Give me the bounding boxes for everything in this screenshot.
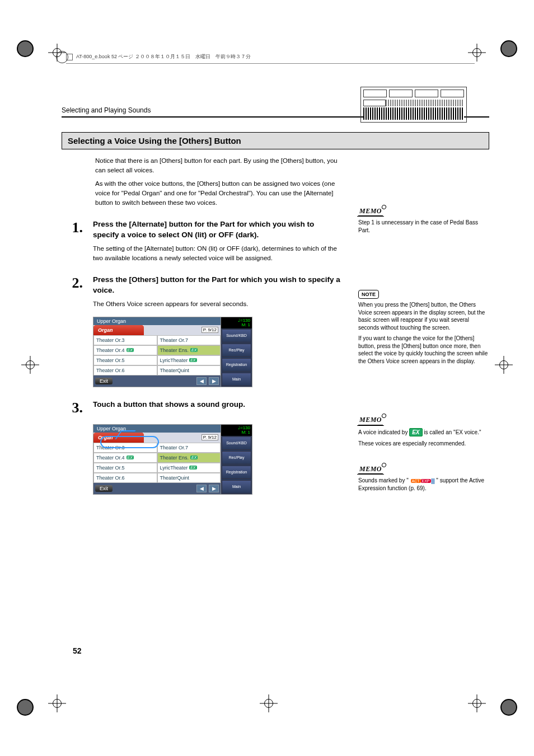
step-number: 1. (62, 219, 83, 262)
screen-title: Upper Organ (97, 318, 126, 324)
reg-mark (17, 40, 34, 57)
tempo-display: ♩=130 M: 1 (221, 425, 252, 436)
crop-cross (470, 697, 484, 710)
ex-badge: EX (127, 456, 134, 459)
page-indicator: P. 9/12 (202, 434, 218, 440)
side-button[interactable]: Main (222, 373, 251, 386)
ex-badge: EX (127, 348, 134, 352)
voice-cell[interactable]: Theater Or.5 (93, 463, 157, 473)
crop-cross (50, 697, 64, 710)
category-tab[interactable]: Organ (93, 433, 144, 443)
step-instruction: Press the [Others] button for the Part f… (93, 275, 341, 296)
page-number: 52 (73, 646, 82, 655)
intro-paragraph: As with the other voice buttons, the [Ot… (95, 179, 341, 207)
side-button[interactable]: Main (222, 480, 251, 494)
side-button[interactable]: Sound/KBD (222, 436, 251, 450)
page-next-icon[interactable]: ▶ (209, 377, 219, 385)
reg-mark (17, 699, 34, 716)
memo-label: MEMO (358, 206, 383, 217)
memo-text: Sounds marked by " ACTEXP " support the … (358, 477, 489, 492)
side-button[interactable]: Registration (222, 358, 251, 372)
note-block: NOTE When you press the [Others] button,… (358, 290, 489, 365)
side-button[interactable]: Sound/KBD (222, 329, 251, 342)
note-text: If you want to change the voice for the … (358, 335, 489, 365)
book-header-text: AT-800_e.book 52 ページ ２００８年１０月１５日 水曜日 午前９… (76, 53, 251, 60)
crop-cross (24, 358, 37, 372)
crop-cross (262, 697, 275, 710)
memo-text: A voice indicated by EX is called an "EX… (358, 428, 489, 437)
category-tab[interactable]: Organ (93, 325, 144, 335)
voice-cell[interactable]: Theater Or.5 (93, 355, 157, 365)
running-title: Selecting and Playing Sounds (62, 106, 151, 114)
step-3: 3. Touch a button that shows a sound gro… (62, 400, 341, 416)
voice-cell[interactable]: Theater Or.3 (93, 443, 157, 453)
voice-grid: Theater Or.3 Theater Or.7 Theater Or.4EX… (93, 443, 221, 483)
page-indicator: P. 9/12 (202, 327, 218, 333)
memo-block: MEMO Sounds marked by " ACTEXP " support… (358, 464, 489, 492)
voice-cell[interactable]: LyricTheaterEX (157, 355, 221, 365)
ex-badge: EX (190, 456, 198, 459)
memo-block: MEMO Step 1 is unnecessary in the case o… (358, 206, 489, 234)
step-number: 3. (62, 400, 83, 416)
step-2: 2. Press the [Others] button for the Par… (62, 275, 341, 308)
instrument-panel-illustration (360, 87, 467, 123)
voice-cell[interactable]: Theater Or.3 (93, 335, 157, 345)
memo-block: MEMO A voice indicated by EX is called a… (358, 415, 489, 447)
crop-cross (470, 46, 484, 59)
voice-grid: Theater Or.3 Theater Or.7 Theater Or.4EX… (93, 335, 221, 375)
page-next-icon[interactable]: ▶ (209, 485, 219, 492)
note-text: When you press the [Others] button, the … (358, 301, 489, 331)
ex-badge: EX (189, 358, 196, 362)
others-voice-screen: Upper Organ Organ P. 9/12 Theater Or.3 T… (93, 317, 252, 387)
side-button[interactable]: Rec/Play (222, 451, 251, 464)
note-label: NOTE (358, 290, 379, 299)
memo-label: MEMO (358, 464, 383, 475)
page-prev-icon[interactable]: ◀ (196, 485, 207, 492)
voice-cell[interactable]: Theater Or.6 (93, 365, 157, 375)
voice-cell[interactable]: Theater Or.4EX (93, 345, 157, 355)
voice-cell[interactable]: Theater Or.4EX (93, 453, 157, 463)
ex-badge: EX (190, 348, 198, 352)
tempo-display: ♩=130 M: 1 (221, 317, 252, 328)
side-button[interactable]: Rec/Play (222, 344, 251, 357)
voice-cell[interactable]: Theater Or.7 (157, 335, 221, 345)
active-expression-icon: ACTEXP (410, 478, 435, 485)
voice-cell[interactable]: TheaterQuint (157, 473, 221, 483)
exit-button[interactable]: Exit (95, 485, 113, 492)
reg-mark (500, 699, 517, 716)
step-1: 1. Press the [Alternate] button for the … (62, 219, 341, 262)
memo-text: Step 1 is unnecessary in the case of Ped… (358, 219, 489, 234)
side-button[interactable]: Registration (222, 466, 251, 479)
step-description: The Others Voice screen appears for seve… (93, 299, 341, 309)
step-number: 2. (62, 275, 83, 308)
voice-cell[interactable]: Theater Or.6 (93, 473, 157, 483)
others-voice-screen-callout: Upper Organ Organ P. 9/12 Theater Or.3 T… (93, 424, 252, 495)
voice-cell[interactable]: TheaterQuint (157, 365, 221, 375)
memo-label: MEMO (358, 415, 383, 425)
section-heading: Selecting a Voice Using the [Others] But… (62, 132, 489, 149)
step-description: The setting of the [Alternate] button: O… (93, 244, 341, 262)
crop-cross (497, 358, 510, 372)
step-instruction: Press the [Alternate] button for the Par… (93, 219, 341, 241)
book-header: AT-800_e.book 52 ページ ２００８年１０月１５日 水曜日 午前９… (66, 53, 251, 60)
intro-paragraph: Notice that there is an [Others] button … (95, 156, 341, 175)
memo-text: These voices are especially recommended. (358, 440, 489, 448)
screen-title: Upper Organ (97, 426, 126, 431)
voice-cell-selected[interactable]: Theater Ens.EX (157, 345, 221, 355)
ex-badge: EX (189, 466, 196, 469)
voice-cell[interactable]: LyricTheaterEX (157, 463, 221, 473)
voice-cell[interactable]: Theater Or.7 (157, 443, 221, 453)
page-prev-icon[interactable]: ◀ (196, 377, 207, 385)
voice-cell-selected[interactable]: Theater Ens.EX (157, 453, 221, 463)
exit-button[interactable]: Exit (95, 378, 113, 384)
reg-mark (500, 40, 517, 57)
ex-badge-inline: EX (409, 428, 422, 437)
step-instruction: Touch a button that shows a sound group. (93, 400, 341, 410)
